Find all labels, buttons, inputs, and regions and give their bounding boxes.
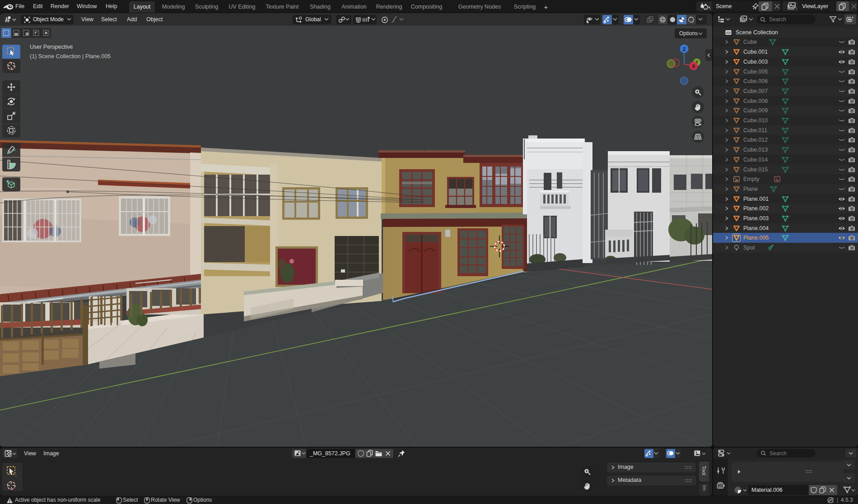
svg-text:Z: Z (683, 46, 686, 52)
svg-text:X: X (692, 64, 695, 69)
